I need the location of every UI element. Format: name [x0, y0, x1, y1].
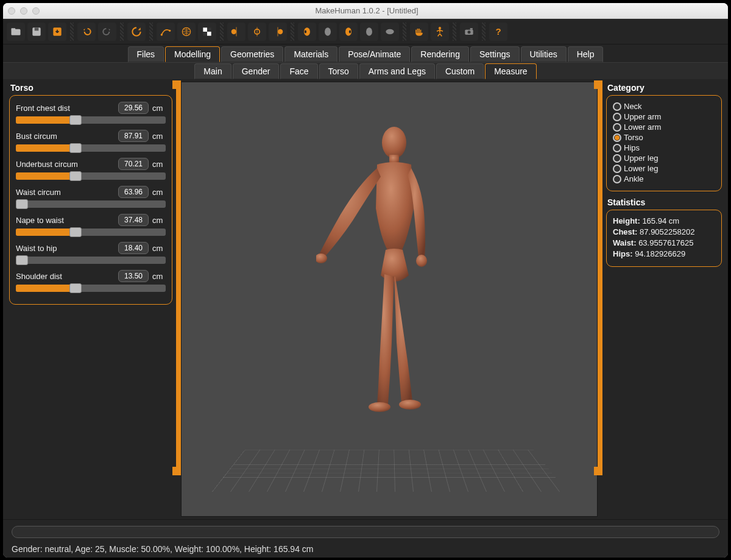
- measure-row: Nape to waist cm: [16, 214, 166, 226]
- measure-slider[interactable]: [16, 257, 166, 264]
- category-label: Lower arm: [624, 122, 661, 132]
- measure-input[interactable]: [118, 186, 149, 198]
- svg-point-32: [399, 400, 421, 409]
- globe-button[interactable]: [177, 23, 196, 41]
- tab-materials[interactable]: Materials: [284, 46, 337, 62]
- measure-slider[interactable]: [16, 285, 166, 292]
- svg-point-6: [169, 29, 171, 31]
- minimize-icon[interactable]: [20, 7, 27, 15]
- left-scrollbar[interactable]: [176, 83, 181, 473]
- unit-label: cm: [152, 160, 166, 169]
- measure-label: Bust circum: [16, 132, 115, 141]
- category-upper-arm[interactable]: Upper arm: [613, 112, 715, 121]
- floor-grid: [212, 450, 567, 492]
- subtab-main[interactable]: Main: [194, 63, 231, 79]
- category-label: Upper leg: [624, 154, 658, 163]
- pose-button[interactable]: [431, 23, 449, 41]
- edit-curve-button[interactable]: [157, 23, 175, 41]
- symmetry-mid-button[interactable]: [248, 23, 266, 41]
- measure-slider[interactable]: [16, 172, 166, 180]
- measure-slider[interactable]: [16, 229, 166, 236]
- unit-label: cm: [152, 244, 166, 253]
- measure-slider[interactable]: [16, 116, 166, 124]
- measure-slider[interactable]: [16, 144, 166, 152]
- head-left-button[interactable]: [298, 23, 316, 41]
- svg-point-17: [325, 27, 331, 35]
- close-icon[interactable]: [8, 7, 15, 15]
- svg-point-27: [382, 127, 406, 158]
- tab-settings[interactable]: Settings: [470, 46, 520, 62]
- save-button[interactable]: [27, 23, 46, 41]
- subtab-custom[interactable]: Custom: [436, 63, 484, 79]
- hands-button[interactable]: [410, 23, 428, 41]
- open-button[interactable]: [7, 23, 25, 41]
- tab-utilities[interactable]: Utilities: [521, 46, 567, 62]
- refresh-button[interactable]: [127, 23, 146, 41]
- symmetry-right-button[interactable]: [269, 23, 287, 41]
- measure-input[interactable]: [118, 102, 149, 114]
- tab-help[interactable]: Help: [568, 46, 604, 62]
- measure-label: Front chest dist: [16, 104, 115, 113]
- viewport-3d[interactable]: [181, 82, 598, 517]
- subtab-gender[interactable]: Gender: [233, 63, 280, 79]
- svg-point-19: [349, 30, 351, 33]
- checker-button[interactable]: [198, 23, 216, 41]
- svg-text:?: ?: [495, 26, 501, 37]
- radio-icon: [613, 133, 621, 142]
- unit-label: cm: [152, 132, 166, 141]
- tab-files[interactable]: Files: [128, 46, 164, 62]
- category-upper-leg[interactable]: Upper leg: [613, 154, 715, 163]
- help-button[interactable]: ?: [489, 23, 507, 41]
- category-lower-leg[interactable]: Lower leg: [613, 164, 715, 173]
- radio-icon: [613, 165, 621, 173]
- subtab-arms-and-legs[interactable]: Arms and Legs: [359, 63, 435, 79]
- subtab-measure[interactable]: Measure: [485, 63, 536, 79]
- subtab-torso[interactable]: Torso: [319, 63, 358, 79]
- measure-row: Shoulder dist cm: [16, 270, 166, 282]
- svg-rect-1: [12, 28, 16, 30]
- svg-rect-8: [203, 27, 207, 32]
- category-lower-arm[interactable]: Lower arm: [613, 122, 715, 132]
- sub-tabs: MainGenderFaceTorsoArms and LegsCustomMe…: [3, 62, 728, 79]
- export-button[interactable]: [48, 23, 66, 41]
- undo-button[interactable]: [77, 23, 96, 41]
- measure-input[interactable]: [118, 130, 149, 142]
- category-hips[interactable]: Hips: [613, 143, 715, 152]
- measure-label: Underbust circum: [16, 160, 115, 169]
- symmetry-left-button[interactable]: [227, 23, 245, 41]
- app-window: MakeHuman 1.0.2 - [Untitled] ? FilesMode…: [3, 3, 728, 558]
- tab-modelling[interactable]: Modelling: [165, 46, 220, 62]
- category-title: Category: [607, 83, 722, 93]
- measure-input[interactable]: [118, 214, 149, 226]
- subtab-face[interactable]: Face: [280, 63, 317, 79]
- tab-pose-animate[interactable]: Pose/Animate: [339, 46, 410, 62]
- toolbar-separator: [70, 23, 74, 41]
- category-label: Lower leg: [624, 164, 658, 173]
- category-torso[interactable]: Torso: [613, 133, 715, 142]
- right-scrollbar[interactable]: [598, 83, 602, 473]
- category-neck[interactable]: Neck: [613, 102, 715, 111]
- svg-point-5: [161, 34, 163, 35]
- head-front-button[interactable]: [319, 23, 337, 41]
- category-ankle[interactable]: Ankle: [613, 174, 715, 183]
- svg-rect-25: [470, 28, 473, 30]
- head-top-button[interactable]: [381, 23, 399, 41]
- measure-label: Shoulder dist: [16, 272, 115, 281]
- toolbar-separator: [120, 23, 124, 41]
- tab-rendering[interactable]: Rendering: [411, 46, 469, 62]
- measure-slider[interactable]: [16, 200, 166, 208]
- svg-rect-11: [207, 32, 211, 36]
- measure-row: Waist circum cm: [16, 186, 166, 198]
- redo-button[interactable]: [98, 23, 116, 41]
- toolbar-separator: [403, 23, 406, 41]
- measure-input[interactable]: [118, 242, 149, 254]
- head-right-button[interactable]: [339, 23, 358, 41]
- head-back-button[interactable]: [360, 23, 378, 41]
- measure-input[interactable]: [118, 158, 149, 170]
- zoom-icon[interactable]: [32, 7, 40, 15]
- category-group: NeckUpper armLower armTorsoHipsUpper leg…: [606, 95, 722, 191]
- unit-label: cm: [152, 272, 166, 281]
- measure-input[interactable]: [118, 270, 149, 282]
- tab-geometries[interactable]: Geometries: [221, 46, 283, 62]
- camera-button[interactable]: [460, 23, 478, 41]
